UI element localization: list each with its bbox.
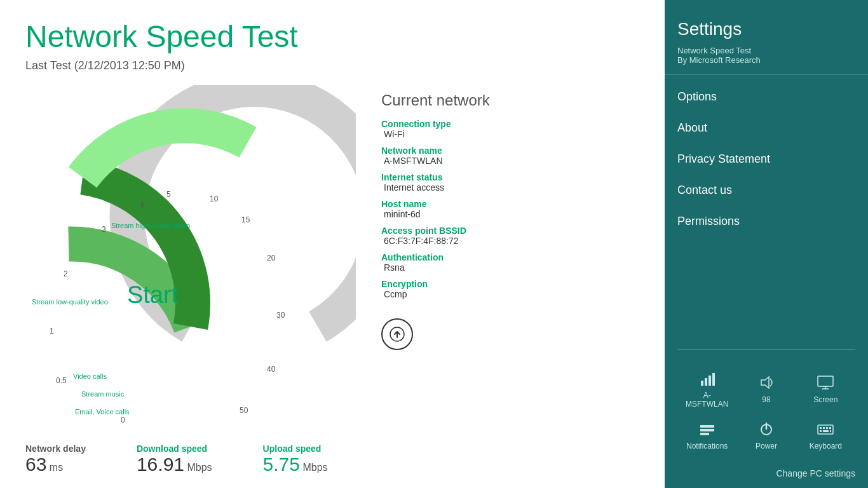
gauge-num-40: 40 xyxy=(267,365,275,374)
label-connection-type: Connection type xyxy=(381,119,546,129)
value-network-name: A-MSFTWLAN xyxy=(384,156,546,166)
tray-item-wifi[interactable]: A-MSFTWLAN xyxy=(683,368,731,409)
annotation-stream-music: Stream music xyxy=(81,390,124,398)
sidebar-menu: Options About Privacy Statement Contact … xyxy=(665,78,868,343)
stat-download: Download speed 16.91 Mbps xyxy=(137,444,212,475)
last-test: Last Test (2/12/2013 12:50 PM) xyxy=(25,59,639,72)
tray-wifi-label: A-MSFTWLAN xyxy=(683,391,731,409)
label-bssid: Access point BSSID xyxy=(381,226,546,236)
tray-volume-label: 98 xyxy=(762,395,770,404)
value-auth: Rsna xyxy=(384,262,546,273)
value-internet-status: Internet access xyxy=(384,182,546,193)
stat-upload: Upload speed 5.75 Mbps xyxy=(263,444,328,475)
stat-download-value: 16.91 xyxy=(137,454,184,475)
svg-rect-4 xyxy=(712,373,715,386)
svg-rect-2 xyxy=(705,378,707,386)
settings-title: Settings xyxy=(665,13,868,43)
gauge-num-1: 1 xyxy=(50,327,54,336)
gauge-num-3: 3 xyxy=(102,225,106,234)
gauge-num-4: 4 xyxy=(140,201,144,210)
svg-rect-10 xyxy=(700,425,714,428)
gauge-num-50: 50 xyxy=(240,406,248,415)
stat-network-delay: Network delay 63 ms xyxy=(25,444,86,475)
field-host-name: Host name minint-6d xyxy=(381,199,546,219)
upload-arrow-icon xyxy=(390,327,405,342)
field-bssid: Access point BSSID 6C:F3:7F:4F:88:72 xyxy=(381,226,546,246)
sidebar-divider xyxy=(677,349,855,350)
svg-rect-20 xyxy=(820,430,822,432)
stat-upload-unit: Mbps xyxy=(302,462,327,473)
tray-item-power[interactable]: Power xyxy=(742,419,790,451)
svg-marker-5 xyxy=(761,377,769,388)
notifications-icon xyxy=(697,419,717,439)
svg-rect-6 xyxy=(818,376,833,386)
gauge-svg xyxy=(25,85,356,377)
svg-rect-18 xyxy=(826,427,828,429)
svg-rect-19 xyxy=(829,427,831,429)
svg-rect-16 xyxy=(820,427,822,429)
svg-rect-12 xyxy=(700,433,709,435)
upload-icon xyxy=(381,318,413,350)
tray-notifications-label: Notifications xyxy=(686,442,728,451)
tray-keyboard-label: Keyboard xyxy=(810,442,842,451)
gauge-num-10: 10 xyxy=(210,194,218,203)
annotation-video-calls: Video calls xyxy=(73,372,107,380)
label-internet-status: Internet status xyxy=(381,172,546,182)
app-title: Network Speed Test xyxy=(25,19,639,54)
label-host-name: Host name xyxy=(381,199,546,209)
tray-row-1: A-MSFTWLAN 98 xyxy=(677,363,855,414)
upload-icon-container xyxy=(381,318,546,350)
annotation-email: Email, Voice calls xyxy=(75,408,130,416)
tray-screen-label: Screen xyxy=(813,395,837,404)
label-auth: Authentication xyxy=(381,252,546,262)
tray-item-keyboard[interactable]: Keyboard xyxy=(802,419,850,451)
network-title: Current network xyxy=(381,92,546,109)
sidebar-item-contact[interactable]: Contact us xyxy=(665,175,868,206)
tray-power-label: Power xyxy=(756,442,777,451)
volume-icon xyxy=(756,372,776,393)
start-button[interactable]: Start xyxy=(127,281,178,309)
label-network-name: Network name xyxy=(381,146,546,156)
stat-network-delay-unit: ms xyxy=(50,462,63,473)
power-icon xyxy=(756,419,776,439)
gauge-num-05: 0.5 xyxy=(56,376,67,385)
tray-item-screen[interactable]: Screen xyxy=(802,372,850,404)
tray-item-notifications[interactable]: Notifications xyxy=(683,419,731,451)
sidebar: Settings Network Speed Test By Microsoft… xyxy=(665,0,868,488)
field-connection-type: Connection type Wi-Fi xyxy=(381,119,546,139)
value-connection-type: Wi-Fi xyxy=(384,129,546,139)
tray-item-volume[interactable]: 98 xyxy=(742,372,790,404)
gauge-num-2: 2 xyxy=(64,269,68,278)
stat-upload-value: 5.75 xyxy=(263,454,300,475)
gauge-num-30: 30 xyxy=(276,311,285,320)
change-pc-settings[interactable]: Change PC settings xyxy=(665,462,868,488)
svg-rect-17 xyxy=(823,427,825,429)
annotation-lq-video: Stream low-quality video xyxy=(32,298,108,306)
annotation-hq-video: Stream high-quality video xyxy=(111,222,190,229)
sidebar-item-about[interactable]: About xyxy=(665,112,868,144)
system-tray: A-MSFTWLAN 98 xyxy=(665,356,868,462)
stat-network-delay-value: 63 xyxy=(25,454,46,475)
stat-download-unit: Mbps xyxy=(187,462,212,473)
keyboard-icon xyxy=(815,419,836,439)
stats-bar: Network delay 63 ms Download speed 16.91… xyxy=(25,444,328,475)
field-network-name: Network name A-MSFTWLAN xyxy=(381,146,546,166)
tray-row-2: Notifications Power xyxy=(677,414,855,456)
sidebar-item-options[interactable]: Options xyxy=(665,81,868,112)
gauge-num-20: 20 xyxy=(267,254,275,262)
stat-network-delay-label: Network delay xyxy=(25,444,86,454)
stat-download-label: Download speed xyxy=(137,444,212,454)
sidebar-item-permissions[interactable]: Permissions xyxy=(665,206,868,237)
field-encryption: Encryption Ccmp xyxy=(381,279,546,299)
network-panel: Current network Connection type Wi-Fi Ne… xyxy=(381,92,546,350)
sidebar-item-privacy[interactable]: Privacy Statement xyxy=(665,144,868,175)
field-auth: Authentication Rsna xyxy=(381,252,546,273)
app-info-name: Network Speed Test xyxy=(677,46,855,55)
svg-rect-21 xyxy=(823,430,829,432)
screen-icon xyxy=(815,372,836,393)
value-bssid: 6C:F3:7F:4F:88:72 xyxy=(384,236,546,246)
gauge-num-15: 15 xyxy=(241,215,250,224)
label-encryption: Encryption xyxy=(381,279,546,289)
app-info: Network Speed Test By Microsoft Research xyxy=(665,43,868,75)
stat-upload-label: Upload speed xyxy=(263,444,328,454)
